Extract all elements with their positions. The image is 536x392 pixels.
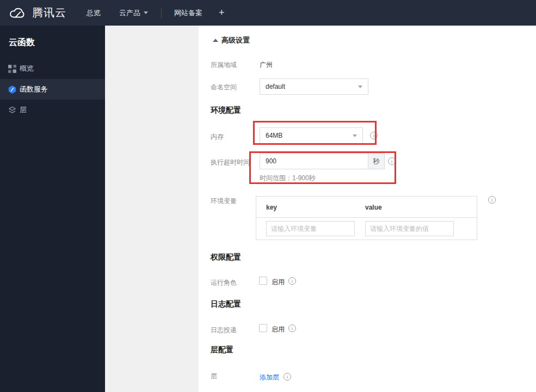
layers-icon	[8, 106, 17, 115]
sidebar-menu: 概览 函数服务 层	[0, 58, 105, 120]
chevron-down-icon	[353, 134, 357, 137]
logship-label: 日志投递	[211, 326, 237, 335]
timeout-input-group: 秒	[260, 153, 385, 169]
memory-info-icon[interactable]	[370, 132, 378, 139]
nav-item-cloud-products[interactable]: 云产品	[119, 8, 148, 18]
tencent-cloud-console: 腾讯云 总览 云产品 网站备案 + 云函数 概览	[0, 0, 536, 392]
memory-label: 内存	[211, 132, 224, 142]
nav-item-website-beian[interactable]: 网站备案	[174, 8, 202, 18]
envvar-table-row	[256, 218, 477, 240]
grid-icon	[8, 64, 17, 74]
namespace-label: 命名空间	[211, 83, 237, 92]
timeout-info-icon[interactable]	[388, 157, 396, 165]
add-tab-button[interactable]: +	[219, 7, 225, 19]
timeout-unit: 秒	[368, 153, 385, 169]
secondary-panel	[105, 26, 199, 392]
chevron-down-icon	[358, 85, 362, 88]
timeout-label: 执行超时时间	[211, 158, 250, 167]
collapse-arrow-icon	[213, 39, 218, 42]
section-permission-config: 权限配置	[211, 253, 241, 262]
advanced-settings-toggle[interactable]: 高级设置	[213, 35, 250, 45]
chevron-down-icon	[144, 11, 148, 14]
role-info-icon[interactable]	[288, 277, 296, 285]
sidebar: 云函数 概览	[0, 26, 105, 392]
role-enable-label: 启用	[272, 278, 285, 287]
log-info-icon[interactable]	[288, 324, 296, 332]
sidebar-item-layers[interactable]: 层	[0, 100, 105, 120]
section-env-config: 环境配置	[211, 106, 241, 115]
role-label: 运行角色	[211, 278, 237, 287]
role-enable-checkbox[interactable]	[259, 277, 267, 285]
cloud-logo-icon	[9, 6, 27, 20]
sidebar-item-function-service[interactable]: 函数服务	[0, 79, 105, 100]
sidebar-item-overview[interactable]: 概览	[0, 58, 105, 79]
namespace-select[interactable]: default	[260, 78, 368, 95]
region-label: 所属地域	[211, 60, 237, 70]
section-layer-config: 层配置	[211, 345, 233, 355]
sidebar-item-label: 层	[20, 105, 27, 115]
nav-item-overview[interactable]: 总览	[87, 8, 101, 18]
envvar-table-header: key value	[256, 197, 477, 218]
sidebar-item-label: 函数服务	[20, 84, 48, 94]
timeout-hint: 时间范围：1-900秒	[260, 174, 316, 183]
navbar-divider	[161, 8, 162, 19]
advanced-settings-label: 高级设置	[221, 35, 250, 45]
log-enable-checkbox[interactable]	[259, 324, 267, 332]
nav-item-cloud-products-label: 云产品	[119, 8, 140, 18]
tencent-cloud-logo[interactable]: 腾讯云	[9, 5, 66, 20]
log-enable-label: 启用	[272, 325, 285, 334]
region-value: 广州	[260, 60, 273, 70]
envvar-key-header: key	[266, 204, 277, 211]
sidebar-title: 云函数	[0, 26, 105, 48]
envvar-label: 环境变量	[211, 197, 237, 206]
brand-name: 腾讯云	[32, 5, 66, 20]
envvar-value-input[interactable]	[365, 221, 454, 236]
layer-info-icon[interactable]	[284, 373, 291, 381]
layer-label: 层	[211, 372, 217, 381]
content-panel: 高级设置 所属地域 广州 命名空间 default 环境配置 内存 64MB 执…	[199, 26, 536, 392]
envvar-value-header: value	[365, 204, 382, 211]
envvar-table: key value	[256, 196, 477, 240]
envvar-info-icon[interactable]	[488, 196, 496, 204]
section-log-config: 日志配置	[211, 299, 241, 309]
memory-select[interactable]: 64MB	[260, 127, 363, 144]
hexagon-function-icon	[8, 85, 17, 94]
top-navbar: 腾讯云 总览 云产品 网站备案 +	[0, 0, 536, 26]
memory-selected-value: 64MB	[266, 132, 282, 139]
envvar-key-input[interactable]	[266, 221, 355, 236]
namespace-selected-value: default	[266, 83, 285, 90]
timeout-input[interactable]	[260, 153, 368, 169]
sidebar-item-label: 概览	[20, 64, 34, 74]
add-layer-link[interactable]: 添加层	[260, 373, 279, 382]
